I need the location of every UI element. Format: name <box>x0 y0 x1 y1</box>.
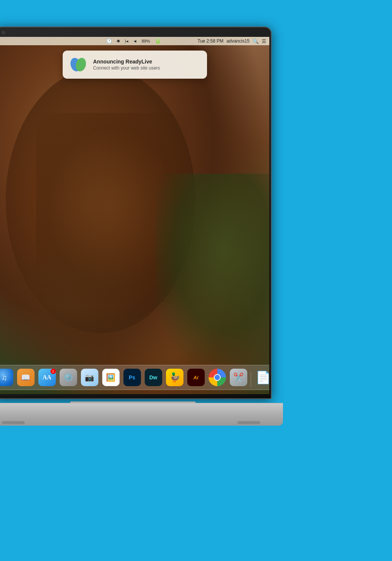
ibooks-icon: 📖 <box>17 369 35 386</box>
snippets-icon: ✂️ <box>230 369 247 386</box>
itunes-icon: ♫ <box>0 369 13 386</box>
dock: >_ ♫ 📖 A 2 <box>0 364 269 391</box>
dock-item-iphoto[interactable]: 📷 <box>80 368 100 387</box>
systemprefs-icon: ⚙️ <box>60 369 77 386</box>
notification-text: Announcing ReadyLive Connect with your w… <box>93 59 160 71</box>
dock-separator <box>251 372 251 387</box>
notification-app-icon <box>69 55 88 74</box>
macbook-base <box>0 403 283 426</box>
battery-bar-icon: 🔋 <box>155 38 161 44</box>
notification-banner[interactable]: Announcing ReadyLive Connect with your w… <box>63 51 207 79</box>
textfile-icon: 📄 <box>254 369 270 386</box>
menubar-list-icon[interactable]: ☰ <box>262 38 266 44</box>
readylive-logo-icon <box>69 55 88 74</box>
wifi-icon: ⟩◂ <box>125 39 128 44</box>
notification-subtitle: Connect with your web site users <box>93 65 160 71</box>
cyberduck-icon: 🦆 <box>166 369 183 386</box>
macbook-container: 🕐 ✱ ⟩◂ ◄ 89% 🔋 Tue 2:58 PM advancis15 🔍 … <box>0 27 283 426</box>
bluetooth-icon: ✱ <box>117 39 120 44</box>
battery-percent: 89% <box>142 39 150 43</box>
menubar-datetime: Tue 2:58 PM <box>198 38 223 44</box>
dock-item-dreamweaver[interactable]: Dw <box>144 368 163 387</box>
back-arrow-icon: ◄ <box>133 39 137 43</box>
chrome-icon <box>209 369 226 386</box>
dock-item-systemprefs[interactable]: ⚙️ <box>58 368 78 387</box>
dock-item-cyberduck[interactable]: 🦆 <box>165 368 185 387</box>
dock-inner: >_ ♫ 📖 A 2 <box>0 365 269 390</box>
menubar-username: advancis15 <box>226 38 250 44</box>
macbook-foot-left <box>2 421 25 424</box>
dock-item-illustrator[interactable]: Ai <box>186 368 206 387</box>
notification-title: Announcing ReadyLive <box>93 59 160 65</box>
clock-icon: 🕐 <box>106 38 112 44</box>
appstore-badge: 2 <box>51 369 56 374</box>
preview-icon: 🖼️ <box>102 369 120 386</box>
appstore-icon: A 2 <box>38 369 56 386</box>
wallpaper <box>0 37 269 394</box>
menubar-search-icon[interactable]: 🔍 <box>253 38 259 44</box>
dock-item-preview[interactable]: 🖼️ <box>101 368 121 387</box>
dreamweaver-icon: Dw <box>145 369 162 386</box>
menubar: 🕐 ✱ ⟩◂ ◄ 89% 🔋 Tue 2:58 PM advancis15 🔍 … <box>0 37 269 45</box>
photoshop-icon: Ps <box>123 369 141 386</box>
dock-item-snippets[interactable]: ✂️ <box>229 368 248 387</box>
dock-item-ibooks[interactable]: 📖 <box>16 368 36 387</box>
dock-item-chrome[interactable] <box>207 368 227 387</box>
macbook-foot-right <box>237 421 260 424</box>
screen-bezel: 🕐 ✱ ⟩◂ ◄ 89% 🔋 Tue 2:58 PM advancis15 🔍 … <box>0 27 272 399</box>
dock-item-itunes[interactable]: ♫ <box>0 368 14 387</box>
dock-item-appstore[interactable]: A 2 <box>37 368 57 387</box>
dock-item-textfile[interactable]: 📄 <box>253 368 270 387</box>
illustrator-icon: Ai <box>187 369 205 386</box>
iphoto-icon: 📷 <box>81 369 98 386</box>
camera-dot <box>2 31 5 34</box>
dock-item-photoshop[interactable]: Ps <box>122 368 142 387</box>
screen: 🕐 ✱ ⟩◂ ◄ 89% 🔋 Tue 2:58 PM advancis15 🔍 … <box>0 37 269 394</box>
